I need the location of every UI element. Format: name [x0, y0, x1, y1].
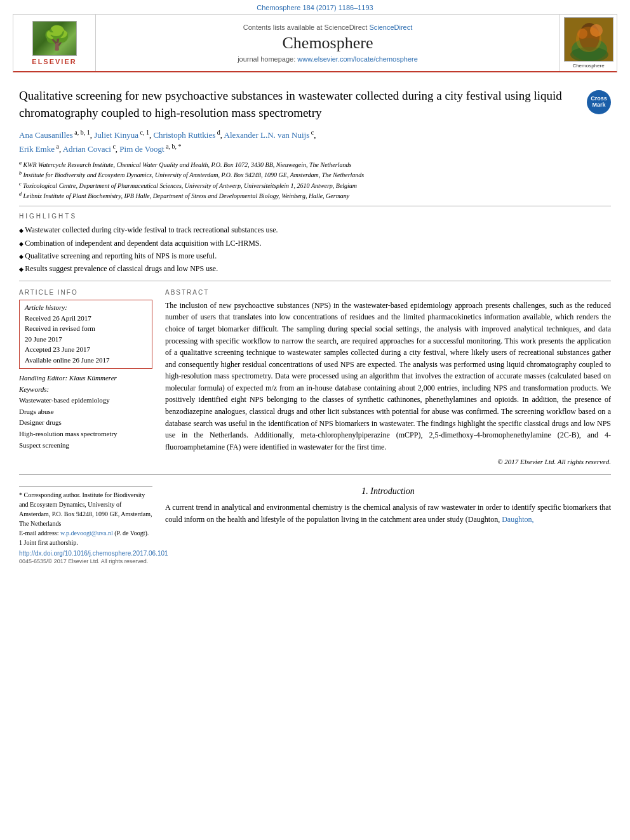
- svg-point-2: [579, 23, 600, 51]
- footnotes: * Corresponding author. Institute for Bi…: [19, 486, 152, 547]
- journal-cover-image: [564, 17, 613, 62]
- divider-after-affiliations: [19, 206, 611, 206]
- keyword-item: Suspect screening: [19, 440, 152, 451]
- highlight-item: Results suggest prevalence of classical …: [19, 262, 611, 275]
- history-received: Received 26 April 2017: [25, 313, 147, 324]
- keyword-item: Wastewater-based epidemiology: [19, 395, 152, 406]
- history-revised-date: 20 June 2017: [25, 334, 147, 345]
- intro-footnotes-column: * Corresponding author. Institute for Bi…: [19, 486, 152, 564]
- highlights-label: HIGHLIGHTS: [19, 213, 611, 220]
- journal-cover-section: Chemosphere: [560, 15, 617, 71]
- doi-line: http://dx.doi.org/10.1016/j.chemosphere.…: [19, 550, 152, 557]
- author-ruttkies[interactable]: Christoph Ruttkies: [153, 131, 215, 140]
- footnote-corresponding: * Corresponding author. Institute for Bi…: [19, 490, 152, 528]
- science-direct-link[interactable]: ScienceDirect: [369, 23, 412, 31]
- author-de-voogt[interactable]: Pim de Voogt: [119, 144, 164, 154]
- article-title: Qualitative screening for new psychoacti…: [19, 88, 587, 121]
- journal-doi-header: Chemosphere 184 (2017) 1186–1193: [0, 0, 630, 14]
- journal-cover-label: Chemosphere: [572, 63, 604, 69]
- highlight-item: Qualitative screening and reporting hits…: [19, 250, 611, 262]
- author-causanilles[interactable]: Ana Causanilles: [19, 131, 73, 140]
- homepage-url[interactable]: www.elsevier.com/locate/chemosphere: [297, 55, 418, 63]
- handling-editor: Handling Editor: Klaus Kümmerer: [19, 374, 152, 382]
- abstract-label: ABSTRACT: [165, 289, 611, 296]
- author-emke[interactable]: Erik Emke: [19, 144, 55, 154]
- elsevier-logo: ELSEVIER: [32, 21, 76, 65]
- crossmark-badge[interactable]: CrossMark: [587, 90, 611, 114]
- svg-point-3: [590, 24, 603, 37]
- introduction-section: * Corresponding author. Institute for Bi…: [19, 486, 611, 564]
- intro-citation-link[interactable]: Daughton,: [502, 515, 533, 524]
- journal-homepage: journal homepage: www.elsevier.com/locat…: [238, 55, 418, 63]
- highlight-item: Wastewater collected during city-wide fe…: [19, 223, 611, 236]
- page-container: Chemosphere 184 (2017) 1186–1193 ELSEVIE…: [0, 0, 630, 571]
- affiliations-section: a KWR Watercycle Research Institute, Che…: [19, 159, 611, 201]
- svg-point-5: [570, 47, 608, 62]
- history-revised-label: Received in revised form: [25, 323, 147, 334]
- keywords-list: Wastewater-based epidemiology Drugs abus…: [19, 395, 152, 451]
- footnote-email: E-mail address: w.p.devoogt@uva.nl (P. d…: [19, 528, 152, 538]
- journal-name-section: Contents lists available at ScienceDirec…: [96, 15, 560, 71]
- intro-section-header: 1. Introduction: [165, 486, 611, 497]
- history-online: Available online 26 June 2017: [25, 355, 147, 366]
- article-info-abstract-section: ARTICLE INFO Article history: Received 2…: [19, 289, 611, 466]
- copyright-line: © 2017 Elsevier Ltd. All rights reserved…: [165, 458, 611, 465]
- divider-after-highlights: [19, 281, 611, 281]
- journal-header: ELSEVIER Contents lists available at Sci…: [13, 14, 617, 72]
- intro-text-column: 1. Introduction A current trend in analy…: [165, 486, 611, 564]
- article-info-label: ARTICLE INFO: [19, 289, 152, 296]
- elsevier-tree-image: [32, 21, 77, 56]
- cover-svg: [565, 18, 613, 62]
- authors-section: Ana Causanilles a, b, 1, Juliet Kinyua c…: [19, 128, 611, 156]
- keyword-item: High-resolution mass spectrometry: [19, 429, 152, 440]
- doi-link[interactable]: http://dx.doi.org/10.1016/j.chemosphere.…: [19, 550, 168, 557]
- highlights-list: Wastewater collected during city-wide fe…: [19, 223, 611, 276]
- journal-title: Chemosphere: [283, 34, 373, 53]
- svg-rect-0: [565, 18, 613, 62]
- article-title-section: Qualitative screening for new psychoacti…: [19, 88, 611, 121]
- main-content: Qualitative screening for new psychoacti…: [0, 72, 630, 571]
- issn-line: 0045-6535/© 2017 Elsevier Ltd. All right…: [19, 558, 152, 564]
- keywords-title: Keywords:: [19, 385, 152, 393]
- keyword-item: Drugs abuse: [19, 406, 152, 418]
- abstract-text: The inclusion of new psychoactive substa…: [165, 300, 611, 453]
- keyword-item: Designer drugs: [19, 417, 152, 429]
- abstract-column: ABSTRACT The inclusion of new psychoacti…: [165, 289, 611, 466]
- svg-point-1: [572, 38, 607, 61]
- article-info-column: ARTICLE INFO Article history: Received 2…: [19, 289, 152, 466]
- intro-text: A current trend in analytical and enviro…: [165, 502, 611, 525]
- highlight-item: Combination of independent and dependent…: [19, 237, 611, 250]
- crossmark-label: CrossMark: [591, 96, 607, 109]
- elsevier-label: ELSEVIER: [32, 58, 76, 65]
- svg-point-4: [577, 29, 587, 39]
- history-title: Article history:: [25, 303, 147, 311]
- author-van-nuijs[interactable]: Alexander L.N. van Nuijs: [224, 131, 310, 140]
- history-accepted: Accepted 23 June 2017: [25, 344, 147, 355]
- journal-doi-link[interactable]: Chemosphere 184 (2017) 1186–1193: [257, 4, 373, 11]
- elsevier-logo-section: ELSEVIER: [13, 15, 96, 71]
- footnote-joint: 1 Joint first authorship.: [19, 538, 152, 547]
- author-covaci[interactable]: Adrian Covaci: [63, 144, 111, 154]
- footnote-email-link[interactable]: w.p.devoogt@uva.nl: [60, 530, 113, 537]
- divider-before-intro: [19, 474, 611, 475]
- author-kinyua[interactable]: Juliet Kinyua: [94, 131, 138, 140]
- science-direct-text: Contents lists available at ScienceDirec…: [243, 23, 413, 31]
- article-history-box: Article history: Received 26 April 2017 …: [19, 300, 152, 370]
